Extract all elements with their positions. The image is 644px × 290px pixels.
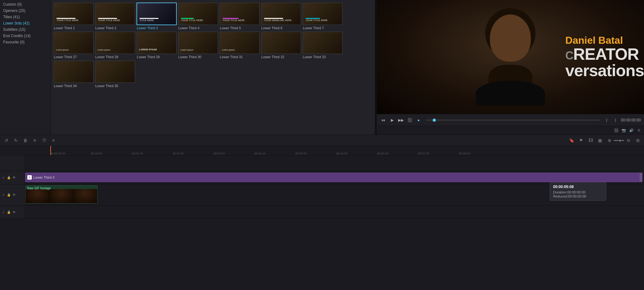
sidebar-item-end-credits[interactable]: End Credits (14) (0, 33, 51, 39)
lower-third-clip[interactable]: T Lower Third 3 (25, 173, 642, 182)
fit-icon[interactable]: ⊞ (635, 137, 641, 143)
ruler-mark: 00:01:40 (132, 152, 143, 155)
sidebar-item-lower3rds[interactable]: Lower 3rds (42) (0, 20, 51, 26)
skip-back-button[interactable]: ⏮ (380, 117, 387, 124)
play-button[interactable]: ▶ (389, 117, 396, 124)
sidebar-item-custom[interactable]: Custom (0) (0, 1, 51, 8)
list-item[interactable]: Lorem Ipsum Lower Third 30 (178, 31, 218, 59)
list-item[interactable]: Lower Third 32 (261, 31, 301, 59)
progress-bar[interactable] (426, 120, 600, 121)
playhead-line (50, 146, 51, 155)
track-settings-icon[interactable]: ≡ (1, 176, 6, 180)
settings-icon[interactable]: ⚙ (636, 128, 641, 133)
track-settings-icon-2[interactable]: ≡ (1, 193, 6, 197)
list-item[interactable]: Lorem ipsum Lower Third 27 (53, 31, 94, 59)
thumbnail[interactable]: YOUR TITLE HERE (95, 3, 135, 25)
face-silhouette (466, 8, 554, 106)
undo-icon[interactable]: ↺ (3, 137, 9, 143)
track-visibility-icon-3[interactable]: 👁 (12, 210, 16, 214)
delete-icon[interactable]: 🗑 (22, 137, 28, 143)
thumbnail[interactable]: YOUR HEADLINE HERE (261, 3, 301, 25)
list-item[interactable]: Lower Third 33 (303, 31, 343, 59)
overlay-text: Daniel Batal CREATOR versations (565, 35, 644, 79)
next-frame-button[interactable]: ⟩ (612, 117, 619, 124)
lower-third-track-row: ≡ 🔒 👁 T Lower Third 3 00:00:05:08 Durati… (0, 171, 644, 184)
prev-frame-button[interactable]: ⟨ (603, 117, 610, 124)
thumbnail[interactable]: TITLE HERE (136, 3, 177, 25)
list-item[interactable]: Lower Third 34 (53, 60, 94, 88)
thumbnail[interactable] (303, 31, 343, 54)
track-settings-icon-3[interactable]: ≡ (1, 210, 6, 214)
zoom-icon[interactable]: ⊕ (606, 137, 613, 143)
thumbnail[interactable]: Lorem Ipsum (178, 31, 218, 54)
track-content-empty3 (25, 206, 644, 218)
ruler-tick (91, 153, 92, 155)
list-icon[interactable]: ≡ (50, 137, 57, 143)
track-visibility-icon[interactable]: 👁 (12, 176, 16, 180)
empty-track-3: ≡ 🔒 👁 (0, 206, 644, 219)
gif-frame-1 (25, 189, 49, 203)
raw-gif-clip[interactable]: Raw GIF footage (25, 185, 97, 204)
thumbnail[interactable] (53, 60, 94, 83)
ruler-mark: 00:07:30 (418, 152, 429, 155)
list-item[interactable]: LOREM IPSUM Lower Third 29 (136, 31, 177, 59)
film-icon[interactable]: 🎞 (587, 137, 594, 143)
ruler-tick (255, 153, 255, 155)
sidebar-item-titles[interactable]: Titles (41) (0, 14, 51, 20)
redo-icon[interactable]: ↻ (13, 137, 19, 143)
track-lock-icon-2[interactable]: 🔒 (7, 193, 11, 197)
flag-icon[interactable]: ⚑ (578, 137, 584, 143)
overlay-line1: CREATOR (565, 46, 644, 63)
list-item[interactable]: Lorem ipsum Lower Third 31 (219, 31, 260, 59)
tooltip-duration: Duration:00:00:00:00 (553, 190, 603, 194)
list-item[interactable]: YOUR TITLE HERE Lower Third 5 (219, 3, 260, 30)
sidebar-item-openers[interactable]: Openers (25) (0, 8, 51, 14)
preview-toolbar: ⬛ 📷 🔊 ⚙ (377, 126, 644, 135)
zoom-slider[interactable]: ━━●━ (616, 137, 622, 143)
play-next-button[interactable]: ▶▶ (397, 117, 404, 124)
thumbnail[interactable]: Lorem ipsum (219, 31, 260, 54)
track-visibility-icon-2[interactable]: 👁 (12, 193, 16, 197)
zoom-out-icon[interactable]: ⊖ (625, 137, 631, 143)
list-item[interactable]: YOUR TITLE HERE Lower Third 4 (178, 3, 218, 30)
bookmark-icon[interactable]: 🔖 (569, 137, 575, 143)
list-item[interactable]: YOUR TITLE HERE Lower Third 7 (303, 3, 343, 30)
track-lock-icon[interactable]: 🔒 (7, 176, 11, 180)
overlay-name: Daniel Batal (565, 35, 644, 46)
list-item[interactable]: YOUR TITLE HERE Lower Third 1 (53, 3, 94, 30)
grid-icon[interactable]: ▦ (597, 137, 603, 143)
list-item[interactable]: Lorem Ipsum Lower Third 28 (95, 31, 135, 59)
record-button[interactable]: ● (415, 117, 422, 124)
list-item[interactable]: YOUR TITLE HERE Lower Third 2 (95, 3, 135, 30)
camera-icon[interactable]: 📷 (621, 128, 626, 133)
thumbnail[interactable] (261, 31, 301, 54)
ruler-mark: 00:03:20 (214, 152, 225, 155)
raw-gif-clip-label: Raw GIF footage (27, 187, 51, 190)
track-controls: ≡ 🔒 👁 (1, 176, 16, 180)
thumbnail[interactable]: YOUR TITLE HERE (303, 3, 343, 25)
sidebar-item-subtitles[interactable]: Subtitles (15) (0, 26, 51, 33)
clock-icon[interactable]: ⏱ (41, 137, 47, 143)
track-controls-2: ≡ 🔒 👁 (1, 193, 16, 197)
list-item[interactable]: Lower Third 35 (95, 60, 135, 88)
thumbnail[interactable]: LOREM IPSUM (136, 31, 177, 54)
thumbnail[interactable]: YOUR TITLE HERE (178, 3, 218, 25)
close-icon[interactable]: ✕ (31, 137, 38, 143)
clip-resize-handle[interactable] (640, 173, 642, 182)
thumbnail[interactable]: Lorem Ipsum (95, 31, 135, 54)
volume-icon[interactable]: 🔊 (629, 128, 634, 133)
ruler-mark: 00:00:50 (91, 152, 102, 155)
track-header-empty1 (0, 155, 25, 171)
monitor-icon[interactable]: ⬛ (614, 128, 619, 133)
track-lock-icon-3[interactable]: 🔒 (7, 210, 11, 214)
thumbnail[interactable]: Lorem ipsum (53, 31, 94, 54)
lower-third-clip-label: Lower Third 3 (33, 176, 54, 179)
ruler-tick (173, 153, 173, 155)
stop-button[interactable]: ⬛ (406, 117, 413, 124)
sidebar-item-favourite[interactable]: Favourite (0) (0, 39, 51, 45)
list-item[interactable]: TITLE HERE Lower Third 3 (136, 3, 177, 30)
list-item[interactable]: YOUR HEADLINE HERE Lower Third 6 (261, 3, 301, 30)
thumbnail[interactable]: YOUR TITLE HERE (219, 3, 260, 25)
thumbnail[interactable]: YOUR TITLE HERE (53, 3, 94, 25)
thumbnail[interactable] (95, 60, 135, 83)
